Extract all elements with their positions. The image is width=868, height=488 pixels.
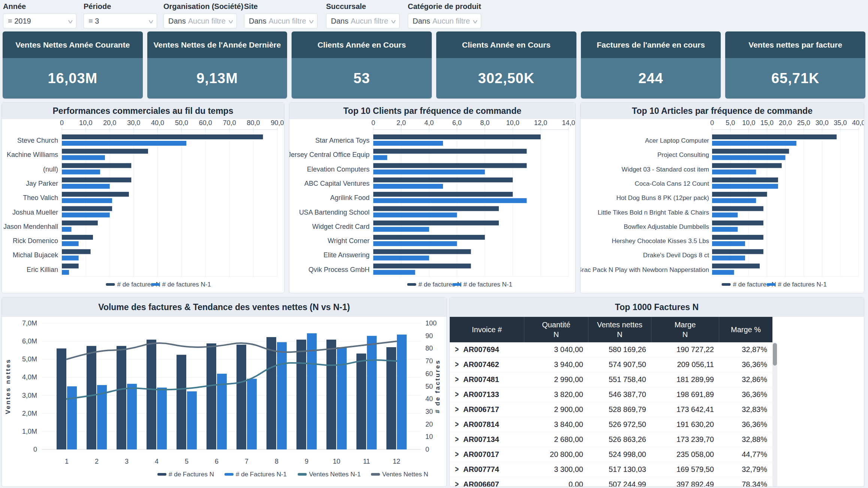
bar-n[interactable] bbox=[712, 264, 760, 269]
bar-n1[interactable] bbox=[62, 141, 186, 146]
legend-item[interactable]: Ventes Nettes N bbox=[371, 471, 428, 478]
bar-n[interactable] bbox=[373, 163, 527, 168]
bar-factures-n[interactable] bbox=[326, 340, 336, 449]
bar-factures-n1[interactable] bbox=[367, 336, 377, 449]
bar-n[interactable] bbox=[712, 134, 837, 139]
legend-item[interactable]: # de Factures N-1 bbox=[224, 471, 287, 478]
invoice-cell[interactable]: >AR007462 bbox=[450, 360, 524, 369]
column-header[interactable]: Ventes nettesN bbox=[588, 317, 651, 342]
bar-n[interactable] bbox=[373, 221, 499, 225]
bar-n1[interactable] bbox=[62, 255, 79, 260]
table-row[interactable]: >AR0076943 040,00580 169,26190 727,2232,… bbox=[450, 342, 777, 357]
table-row[interactable]: >AR0077743 300,00517 130,03169 579,5032,… bbox=[450, 462, 777, 477]
table-row[interactable]: >AR0067172 900,00528 869,79173 642,4132,… bbox=[450, 402, 777, 417]
legend-item[interactable]: # de Factures N bbox=[157, 471, 214, 478]
bar-n1[interactable] bbox=[373, 141, 443, 146]
table-row[interactable]: >AR0071333 820,00546 387,70198 691,8936,… bbox=[450, 387, 777, 402]
table-scrollbar[interactable] bbox=[772, 342, 777, 487]
invoice-cell[interactable]: >AR007814 bbox=[450, 420, 524, 429]
bar-n[interactable] bbox=[62, 264, 79, 269]
bar-n[interactable] bbox=[373, 149, 527, 154]
bar-n1[interactable] bbox=[373, 241, 457, 246]
expand-chevron-icon[interactable]: > bbox=[455, 480, 459, 487]
bar-n[interactable] bbox=[62, 235, 93, 240]
expand-chevron-icon[interactable]: > bbox=[455, 405, 459, 414]
bar-n[interactable] bbox=[373, 178, 513, 182]
bar-n1[interactable] bbox=[712, 255, 745, 260]
bar-n1[interactable] bbox=[373, 227, 429, 232]
invoice-cell[interactable]: >AR007134 bbox=[450, 435, 524, 444]
bar-n1[interactable] bbox=[62, 213, 110, 218]
bar-n1[interactable] bbox=[712, 227, 738, 232]
table-row[interactable]: >AR0066070,00507 244,99397 892,4978,34% bbox=[450, 477, 777, 487]
expand-chevron-icon[interactable]: > bbox=[455, 375, 459, 384]
invoice-cell[interactable]: >AR007694 bbox=[450, 345, 524, 354]
bar-n1[interactable] bbox=[62, 270, 69, 275]
bar-n[interactable] bbox=[62, 134, 263, 139]
bar-n1[interactable] bbox=[373, 170, 485, 175]
bar-factures-n[interactable] bbox=[356, 354, 366, 449]
invoice-cell[interactable]: >AR006607 bbox=[450, 480, 524, 487]
invoice-cell[interactable]: >AR006717 bbox=[450, 405, 524, 414]
table-row[interactable]: >AR0074812 990,00551 758,40181 289,9932,… bbox=[450, 372, 777, 387]
bar-n1[interactable] bbox=[62, 241, 79, 246]
table-row[interactable]: >AR00701720 800,00524 998,00235 058,0044… bbox=[450, 447, 777, 462]
filter-select-site[interactable]: Dans Aucun filtre v bbox=[244, 13, 317, 28]
bar-n[interactable] bbox=[62, 249, 91, 254]
bar-n[interactable] bbox=[712, 206, 763, 211]
line-ventes-n[interactable] bbox=[67, 341, 397, 359]
bar-n[interactable] bbox=[373, 192, 513, 197]
bar-factures-n[interactable] bbox=[147, 340, 156, 449]
bar-factures-n1[interactable] bbox=[397, 334, 407, 449]
bar-n1[interactable] bbox=[712, 270, 734, 275]
column-header[interactable]: QuantitéN bbox=[524, 317, 588, 342]
expand-chevron-icon[interactable]: > bbox=[455, 345, 459, 354]
legend-item[interactable]: Ventes Nettes N-1 bbox=[298, 471, 361, 478]
bar-n[interactable] bbox=[373, 134, 541, 139]
bar-n[interactable] bbox=[373, 264, 471, 269]
table-row[interactable]: >AR0078143 840,00526 972,50191 630,2036,… bbox=[450, 417, 777, 432]
bar-n[interactable] bbox=[373, 206, 499, 211]
bar-n1[interactable] bbox=[62, 155, 105, 160]
bar-factures-n1[interactable] bbox=[277, 342, 287, 449]
invoice-cell[interactable]: >AR007481 bbox=[450, 375, 524, 384]
expand-chevron-icon[interactable]: > bbox=[455, 390, 459, 399]
table-row[interactable]: >AR0074623 940,00574 907,50209 056,1136,… bbox=[450, 357, 777, 372]
bar-n1[interactable] bbox=[712, 170, 756, 175]
invoice-cell[interactable]: >AR007133 bbox=[450, 390, 524, 399]
column-header[interactable]: Invoice # bbox=[450, 317, 524, 342]
filter-select-organisation[interactable]: Dans Aucun filtre v bbox=[163, 13, 237, 28]
bar-n[interactable] bbox=[712, 149, 789, 154]
bar-n[interactable] bbox=[62, 178, 131, 182]
bar-n[interactable] bbox=[712, 163, 782, 168]
bar-n1[interactable] bbox=[62, 198, 112, 203]
bar-factures-n[interactable] bbox=[117, 346, 126, 449]
bar-n1[interactable] bbox=[373, 184, 443, 189]
bar-factures-n[interactable] bbox=[296, 340, 306, 449]
bar-n[interactable] bbox=[62, 163, 131, 168]
filter-select-categorie[interactable]: Dans Aucun filtre v bbox=[408, 13, 481, 28]
expand-chevron-icon[interactable]: > bbox=[455, 450, 459, 459]
bar-n1[interactable] bbox=[712, 213, 738, 218]
bar-n1[interactable] bbox=[373, 213, 457, 218]
invoice-cell[interactable]: >AR007774 bbox=[450, 465, 524, 474]
bar-factures-n[interactable] bbox=[177, 355, 186, 449]
bar-factures-n1[interactable] bbox=[337, 347, 347, 449]
bar-n1[interactable] bbox=[712, 184, 778, 189]
bar-n1[interactable] bbox=[62, 227, 72, 232]
column-header[interactable]: MargeN bbox=[651, 317, 719, 342]
line-ventes-n1[interactable] bbox=[67, 360, 397, 399]
filter-select-periode[interactable]: = 3 v bbox=[84, 13, 157, 28]
bar-n[interactable] bbox=[62, 149, 148, 154]
bar-n1[interactable] bbox=[62, 184, 110, 189]
scrollbar-thumb[interactable] bbox=[773, 343, 777, 366]
table-row[interactable]: >AR0071342 680,00526 863,26173 239,7032,… bbox=[450, 432, 777, 447]
filter-select-succursale[interactable]: Dans Aucun filtre v bbox=[326, 13, 400, 28]
bar-n1[interactable] bbox=[373, 198, 527, 203]
filter-select-annee[interactable]: = 2019 v bbox=[3, 13, 76, 28]
expand-chevron-icon[interactable]: > bbox=[455, 435, 459, 444]
bar-factures-n1[interactable] bbox=[67, 387, 77, 450]
bar-n[interactable] bbox=[712, 192, 767, 197]
bar-n[interactable] bbox=[373, 235, 485, 240]
bar-n[interactable] bbox=[62, 192, 129, 197]
